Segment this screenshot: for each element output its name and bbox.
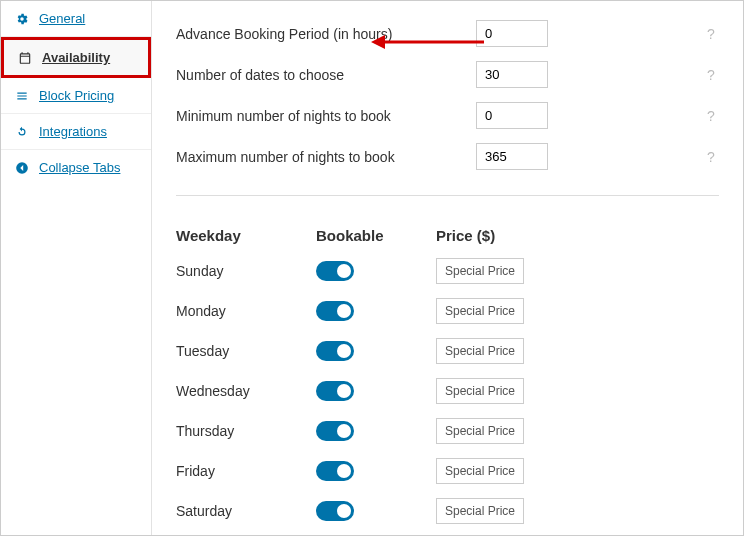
- table-row: Tuesday Special Price: [176, 331, 719, 371]
- special-price-button-tuesday[interactable]: Special Price: [436, 338, 524, 364]
- col-header-weekday: Weekday: [176, 227, 316, 244]
- special-price-button-thursday[interactable]: Special Price: [436, 418, 524, 444]
- field-row-max: Maximum number of nights to book ?: [176, 136, 719, 177]
- special-price-button-friday[interactable]: Special Price: [436, 458, 524, 484]
- help-icon[interactable]: ?: [703, 67, 719, 83]
- field-row-min: Minimum number of nights to book ?: [176, 95, 719, 136]
- field-label: Minimum number of nights to book: [176, 108, 476, 124]
- calendar-icon: [18, 51, 32, 65]
- sidebar-item-availability[interactable]: Availability: [1, 37, 151, 78]
- dates-choose-input[interactable]: [476, 61, 548, 88]
- max-nights-input[interactable]: [476, 143, 548, 170]
- bookable-toggle-monday[interactable]: [316, 301, 354, 321]
- field-label: Number of dates to choose: [176, 67, 476, 83]
- sidebar-item-integrations[interactable]: Integrations: [1, 114, 151, 150]
- field-row-advance: Advance Booking Period (in hours) ?: [176, 13, 719, 54]
- weekday-name: Monday: [176, 303, 316, 319]
- min-nights-input[interactable]: [476, 102, 548, 129]
- field-row-dates: Number of dates to choose ?: [176, 54, 719, 95]
- weekday-name: Thursday: [176, 423, 316, 439]
- fields-section: Advance Booking Period (in hours) ? Numb…: [176, 13, 719, 196]
- weekday-name: Friday: [176, 463, 316, 479]
- arrow-left-circle-icon: [15, 161, 29, 175]
- sidebar-item-general[interactable]: General: [1, 1, 151, 37]
- main-panel: Advance Booking Period (in hours) ? Numb…: [152, 1, 743, 535]
- help-icon[interactable]: ?: [703, 149, 719, 165]
- sidebar-item-label: Availability: [42, 50, 110, 65]
- weekday-table-header: Weekday Bookable Price ($): [176, 220, 719, 251]
- help-icon[interactable]: ?: [703, 108, 719, 124]
- table-row: Saturday Special Price: [176, 491, 719, 531]
- sidebar-item-label: General: [39, 11, 85, 26]
- advance-booking-input[interactable]: [476, 20, 548, 47]
- table-row: Thursday Special Price: [176, 411, 719, 451]
- field-label: Advance Booking Period (in hours): [176, 26, 476, 42]
- table-row: Wednesday Special Price: [176, 371, 719, 411]
- sidebar: General Availability Block Pricing Integ…: [1, 1, 152, 535]
- special-price-button-monday[interactable]: Special Price: [436, 298, 524, 324]
- table-row: Monday Special Price: [176, 291, 719, 331]
- bookable-toggle-sunday[interactable]: [316, 261, 354, 281]
- special-price-button-sunday[interactable]: Special Price: [436, 258, 524, 284]
- bookable-toggle-tuesday[interactable]: [316, 341, 354, 361]
- help-icon[interactable]: ?: [703, 26, 719, 42]
- sidebar-item-collapse[interactable]: Collapse Tabs: [1, 150, 151, 185]
- col-header-bookable: Bookable: [316, 227, 436, 244]
- sidebar-item-label: Integrations: [39, 124, 107, 139]
- weekday-name: Sunday: [176, 263, 316, 279]
- weekday-table: Weekday Bookable Price ($) Sunday Specia…: [176, 220, 719, 531]
- bookable-toggle-thursday[interactable]: [316, 421, 354, 441]
- list-icon: [15, 89, 29, 103]
- sidebar-item-label: Block Pricing: [39, 88, 114, 103]
- table-row: Sunday Special Price: [176, 251, 719, 291]
- sidebar-item-label: Collapse Tabs: [39, 160, 120, 175]
- col-header-price: Price ($): [436, 227, 556, 244]
- weekday-name: Wednesday: [176, 383, 316, 399]
- special-price-button-saturday[interactable]: Special Price: [436, 498, 524, 524]
- bookable-toggle-friday[interactable]: [316, 461, 354, 481]
- field-label: Maximum number of nights to book: [176, 149, 476, 165]
- special-price-button-wednesday[interactable]: Special Price: [436, 378, 524, 404]
- bookable-toggle-wednesday[interactable]: [316, 381, 354, 401]
- weekday-name: Saturday: [176, 503, 316, 519]
- bookable-toggle-saturday[interactable]: [316, 501, 354, 521]
- sidebar-item-block-pricing[interactable]: Block Pricing: [1, 78, 151, 114]
- table-row: Friday Special Price: [176, 451, 719, 491]
- weekday-name: Tuesday: [176, 343, 316, 359]
- gear-icon: [15, 12, 29, 26]
- refresh-icon: [15, 125, 29, 139]
